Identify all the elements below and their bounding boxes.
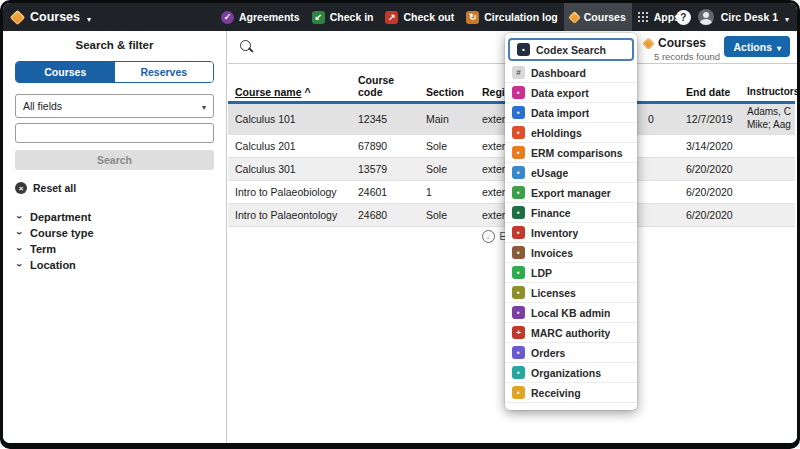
apps-menu-item[interactable]: ▪ Organizations (505, 363, 637, 383)
app-icon: ▪ (512, 86, 525, 99)
app-brand[interactable]: Courses (12, 3, 91, 31)
chevron-down-icon (87, 8, 91, 26)
apps-menu-item-label: eHoldings (531, 127, 582, 139)
chevron-down-icon (777, 41, 781, 53)
help-icon[interactable]: ? (676, 10, 691, 25)
apps-menu-item-label: Orders (531, 347, 565, 359)
field-select-value: All fields (23, 100, 62, 112)
apps-menu-item[interactable]: ▪ eUsage (505, 163, 637, 183)
user-area: ? Circ Desk 1 (676, 3, 789, 31)
results-title-label: Courses (658, 36, 706, 50)
apps-menu-item[interactable]: ▪ LDP (505, 263, 637, 283)
reset-all-button[interactable]: Reset all (15, 182, 214, 194)
top-bar: Courses ✓ Agreements ↙ Check in ↗ Check … (3, 3, 797, 31)
courses-icon (642, 37, 655, 50)
filter-accordion[interactable]: Course type (15, 225, 214, 241)
avatar[interactable] (698, 9, 714, 25)
apps-menu-item[interactable]: ▪ Data import (505, 103, 637, 123)
app-icon: # (512, 66, 525, 79)
apps-menu-item-label: Export manager (531, 187, 611, 199)
app-icon: ▪ (512, 286, 525, 299)
apps-menu-item-label: Organizations (531, 367, 601, 379)
cell-course-code: 12345 (358, 104, 416, 134)
column-header-course-code[interactable]: Course code (358, 74, 404, 98)
chevron-down-icon (15, 211, 24, 223)
apps-menu-item[interactable]: ▪ eHoldings (505, 123, 637, 143)
apps-menu-item[interactable]: ▪ ERM comparisons (505, 143, 637, 163)
search-segment-tabs: Courses Reserves (15, 61, 214, 83)
tab-reserves[interactable]: Reserves (115, 62, 214, 82)
apps-menu-item[interactable]: • Codex Search (508, 38, 634, 61)
nav-check-out-label: Check out (403, 11, 454, 23)
cell-course-code: 67890 (358, 135, 416, 157)
search-icon[interactable] (240, 40, 251, 51)
sort-asc-icon: ^ (305, 86, 311, 98)
chevron-down-icon[interactable] (785, 8, 789, 26)
column-header-course-name[interactable]: Course name^ (235, 86, 353, 98)
filter-accordion[interactable]: Location (15, 257, 214, 273)
app-icon: • (517, 43, 530, 56)
accordion-label: Course type (30, 227, 94, 239)
user-name: Circ Desk 1 (721, 11, 778, 23)
accordion-label: Term (30, 243, 56, 255)
cell-course-name: Calculus 201 (235, 135, 353, 157)
actions-button[interactable]: Actions (724, 36, 790, 57)
chevron-down-icon (15, 259, 24, 271)
field-select[interactable]: All fields (15, 94, 214, 118)
apps-menu-item[interactable]: # Dashboard (505, 63, 637, 83)
cell-section: Sole (426, 135, 478, 157)
column-header-end-date[interactable]: End date (686, 86, 746, 98)
actions-label: Actions (733, 41, 772, 53)
search-input[interactable] (15, 123, 214, 143)
cell-course-name: Intro to Palaeontology (235, 204, 353, 226)
app-icon: ▪ (512, 206, 525, 219)
cell-partially-hidden (648, 158, 682, 180)
accordion-label: Location (30, 259, 76, 271)
filter-accordion[interactable]: Term (15, 241, 214, 257)
cell-course-name: Calculus 301 (235, 158, 353, 180)
nav-agreements-button[interactable]: ✓ Agreements (215, 3, 306, 31)
apps-menu-item[interactable]: ▪ Export manager (505, 183, 637, 203)
nav-courses-button[interactable]: Courses (564, 3, 632, 31)
column-header-instructors[interactable]: Instructors (747, 84, 796, 99)
cell-instructors: Adams, CMike; Aag (747, 104, 796, 134)
apps-menu-item[interactable]: ▪ Receiving (505, 383, 637, 403)
cell-section: Sole (426, 158, 478, 180)
nav-check-in-button[interactable]: ↙ Check in (306, 3, 380, 31)
nav-circulation-log-label: Circulation log (484, 11, 558, 23)
apps-menu-item[interactable]: ▪ Finance (505, 203, 637, 223)
apps-menu-item[interactable]: + MARC authority (505, 323, 637, 343)
apps-menu-item[interactable]: ▪ Inventory (505, 223, 637, 243)
nav-check-out-button[interactable]: ↗ Check out (379, 3, 460, 31)
tab-courses[interactable]: Courses (16, 62, 115, 82)
apps-menu-item-label: LDP (531, 267, 552, 279)
cell-course-code: 13579 (358, 158, 416, 180)
apps-menu-item-label: Licenses (531, 287, 576, 299)
app-icon: ▪ (512, 306, 525, 319)
app-icon: ▪ (512, 126, 525, 139)
apps-menu-item[interactable]: ▪ Local KB admin (505, 303, 637, 323)
pane-title: Search & filter (15, 39, 214, 51)
nav-circulation-log-button[interactable]: ↻ Circulation log (460, 3, 564, 31)
courses-icon (568, 11, 581, 24)
apps-menu-item-label: eUsage (531, 167, 568, 179)
cell-end-date: 6/20/2020 (686, 158, 746, 180)
cell-partially-hidden: 0 (648, 104, 682, 134)
cell-instructors (747, 181, 796, 203)
apps-dropdown-menu: • Codex Search # Dashboard ▪ Data export… (505, 33, 637, 410)
apps-menu-item-label: Receiving (531, 387, 581, 399)
search-button[interactable]: Search (15, 150, 214, 170)
cell-course-code: 24680 (358, 204, 416, 226)
apps-menu-item-label: Finance (531, 207, 571, 219)
column-header-section[interactable]: Section (426, 86, 478, 98)
apps-menu-item[interactable]: ▪ Data export (505, 83, 637, 103)
cell-instructors (747, 158, 796, 180)
app-title: Courses (30, 10, 80, 24)
check-out-icon: ↗ (385, 11, 398, 24)
filter-accordion[interactable]: Department (15, 209, 214, 225)
apps-menu-item[interactable]: ▪ Licenses (505, 283, 637, 303)
app-icon: ▪ (512, 346, 525, 359)
apps-menu-item[interactable]: ▪ Invoices (505, 243, 637, 263)
apps-menu-item[interactable]: ▪ Orders (505, 343, 637, 363)
apps-grid-icon (638, 12, 649, 23)
